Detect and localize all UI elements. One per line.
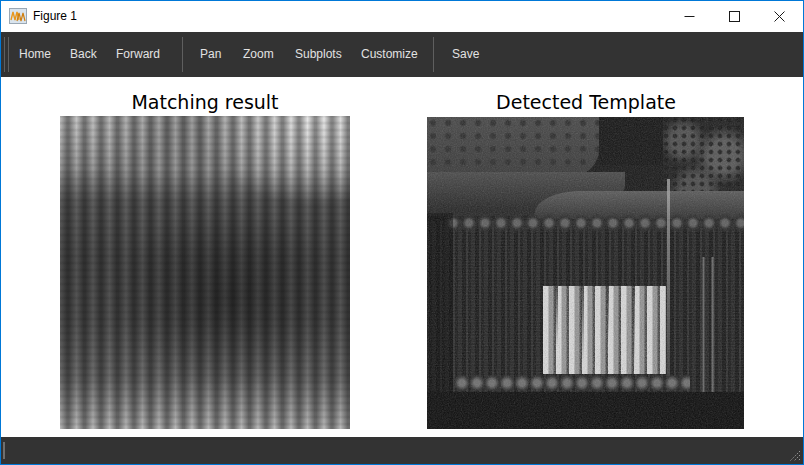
minimize-button[interactable] bbox=[667, 1, 712, 32]
customize-button[interactable]: Customize bbox=[361, 32, 418, 77]
window-controls bbox=[667, 1, 802, 32]
figure-canvas: Matching result Detected Template bbox=[1, 77, 803, 437]
matching-result-image bbox=[60, 116, 350, 429]
statusbar bbox=[1, 437, 803, 464]
resize-grip-icon[interactable] bbox=[787, 448, 801, 462]
back-button[interactable]: Back bbox=[70, 32, 97, 77]
save-button[interactable]: Save bbox=[452, 32, 479, 77]
maximize-icon bbox=[729, 11, 740, 22]
toolbar-grip[interactable] bbox=[4, 37, 9, 72]
pan-button[interactable]: Pan bbox=[200, 32, 221, 77]
close-icon bbox=[774, 11, 785, 22]
window-title: Figure 1 bbox=[33, 1, 77, 32]
statusbar-grip bbox=[3, 442, 5, 459]
navigation-toolbar: Home Back Forward Pan Zoom Subplots Cust… bbox=[1, 32, 803, 77]
maximize-button[interactable] bbox=[712, 1, 757, 32]
zoom-button[interactable]: Zoom bbox=[243, 32, 274, 77]
detected-template-image bbox=[427, 117, 744, 429]
minimize-icon bbox=[684, 11, 695, 22]
toolbar-separator bbox=[433, 37, 434, 72]
left-panel-title: Matching result bbox=[131, 91, 278, 113]
matplotlib-logo-icon bbox=[9, 8, 27, 24]
forward-button[interactable]: Forward bbox=[116, 32, 160, 77]
home-button[interactable]: Home bbox=[19, 32, 51, 77]
subplots-button[interactable]: Subplots bbox=[295, 32, 342, 77]
toolbar-separator bbox=[182, 37, 183, 72]
right-panel-title: Detected Template bbox=[496, 91, 676, 113]
figure-window: Figure 1 Home Back Forward Pan Zoom Subp… bbox=[0, 0, 804, 465]
close-button[interactable] bbox=[757, 1, 802, 32]
sem-noise-texture bbox=[427, 117, 744, 429]
titlebar[interactable]: Figure 1 bbox=[1, 1, 803, 32]
